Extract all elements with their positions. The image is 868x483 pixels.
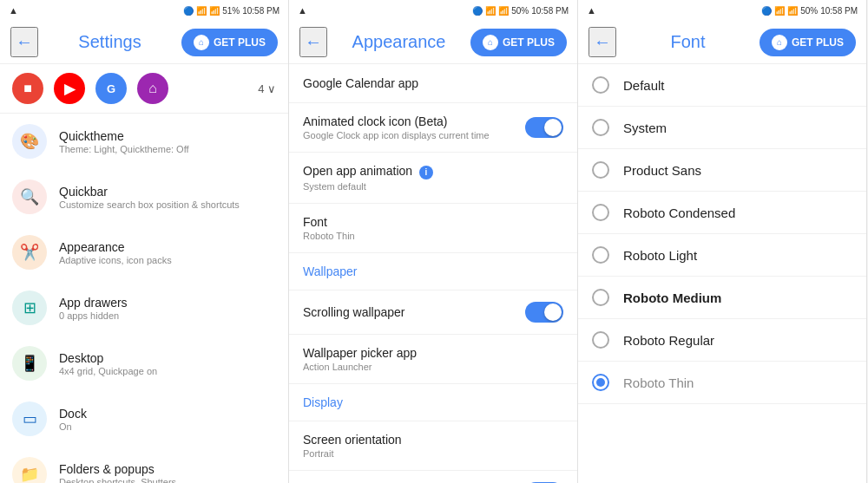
status-left-2: ▲ bbox=[298, 5, 307, 16]
settings-item-quicktheme[interactable]: 🎨 Quicktheme Theme: Light, Quicktheme: O… bbox=[0, 114, 288, 169]
font-label-system: System bbox=[623, 121, 667, 135]
quicktheme-text: Quicktheme Theme: Light, Quicktheme: Off bbox=[59, 129, 276, 154]
battery-pct-2: 50% bbox=[511, 6, 529, 16]
font-item-system[interactable]: System bbox=[578, 107, 866, 149]
wallpaper-picker-item[interactable]: Wallpaper picker app Action Launcher bbox=[289, 335, 577, 384]
google-calendar-label: Google Calendar app bbox=[303, 76, 418, 90]
appearance-get-plus-button[interactable]: ⌂ GET PLUS bbox=[470, 29, 567, 56]
animated-clock-title: Animated clock icon (Beta) bbox=[303, 114, 490, 128]
folders-text: Folders & popups Desktop shortcuts, Shut… bbox=[59, 462, 276, 484]
status-bar-2: ▲ 🔵 📶 📶 50% 10:58 PM bbox=[289, 0, 577, 21]
font-item-roboto-thin[interactable]: Roboto Thin bbox=[578, 362, 866, 404]
scrolling-wallpaper-item[interactable]: Scrolling wallpaper bbox=[289, 290, 577, 335]
home-icon-1: ⌂ bbox=[194, 35, 209, 50]
display-section-header: Display bbox=[289, 384, 577, 421]
animated-clock-subtitle: Google Clock app icon displays current t… bbox=[303, 130, 490, 140]
open-app-anim-text: Open app animation i System default bbox=[303, 164, 433, 192]
settings-list: 🎨 Quicktheme Theme: Light, Quicktheme: O… bbox=[0, 114, 288, 483]
folders-icon: 📁 bbox=[12, 457, 47, 483]
time-2: 10:58 PM bbox=[531, 6, 569, 16]
font-label-default: Default bbox=[623, 78, 665, 93]
font-label-product-sans: Product Sans bbox=[623, 163, 701, 178]
appearance-title: Appearance bbox=[352, 32, 446, 52]
font-panel-title: Font bbox=[670, 32, 705, 52]
scrolling-wallpaper-toggle[interactable] bbox=[525, 302, 563, 323]
folders-subtitle: Desktop shortcuts, Shutters bbox=[59, 477, 276, 484]
font-label-roboto-light: Roboto Light bbox=[623, 248, 697, 263]
app-drawers-icon: ⊞ bbox=[12, 290, 47, 325]
font-title: Font bbox=[303, 215, 563, 229]
font-list: Default System Product Sans Roboto Conde… bbox=[578, 64, 866, 483]
status-left-icon: ▲ bbox=[9, 5, 18, 16]
settings-get-plus-button[interactable]: ⌂ GET PLUS bbox=[181, 29, 278, 56]
open-app-anim-subtitle: System default bbox=[303, 181, 433, 192]
font-subtitle: Roboto Thin bbox=[303, 231, 563, 241]
signal-icon: 📶 bbox=[196, 6, 207, 16]
font-label-roboto-condensed: Roboto Condensed bbox=[623, 206, 735, 220]
animated-clock-toggle[interactable] bbox=[525, 117, 563, 138]
shortcut-icon-4[interactable]: ⌂ bbox=[137, 73, 168, 104]
font-item-roboto-regular[interactable]: Roboto Regular bbox=[578, 319, 866, 362]
shortcut-icon-1[interactable]: ■ bbox=[12, 73, 43, 104]
more-count[interactable]: 4 ∨ bbox=[258, 82, 276, 95]
radio-roboto-medium[interactable] bbox=[592, 289, 609, 306]
quicktheme-subtitle: Theme: Light, Quicktheme: Off bbox=[59, 144, 276, 154]
font-item-product-sans[interactable]: Product Sans bbox=[578, 149, 866, 192]
settings-item-folders[interactable]: 📁 Folders & popups Desktop shortcuts, Sh… bbox=[0, 447, 288, 483]
font-item-roboto-condensed[interactable]: Roboto Condensed bbox=[578, 192, 866, 234]
appearance-back-button[interactable]: ← bbox=[299, 27, 327, 57]
wifi-icon: 📶 bbox=[209, 6, 220, 16]
font-item-roboto-medium[interactable]: Roboto Medium bbox=[578, 277, 866, 319]
google-calendar-item[interactable]: Google Calendar app bbox=[289, 64, 577, 103]
open-app-anim-row: Open app animation i System default bbox=[303, 164, 563, 192]
status-bar-item[interactable]: Status bar bbox=[289, 471, 577, 484]
settings-panel: ▲ 🔵 📶 📶 51% 10:58 PM ← Settings ⌂ GET PL… bbox=[0, 0, 289, 483]
home-icon-3: ⌂ bbox=[772, 35, 787, 50]
settings-item-quickbar[interactable]: 🔍 Quickbar Customize search box position… bbox=[0, 169, 288, 225]
settings-item-dock[interactable]: ▭ Dock On bbox=[0, 391, 288, 447]
settings-item-desktop[interactable]: 📱 Desktop 4x4 grid, Quickpage on bbox=[0, 336, 288, 391]
font-get-plus-button[interactable]: ⌂ GET PLUS bbox=[760, 29, 856, 56]
wallpaper-picker-title: Wallpaper picker app bbox=[303, 346, 563, 360]
font-item[interactable]: Font Roboto Thin bbox=[289, 204, 577, 253]
font-item-roboto-light[interactable]: Roboto Light bbox=[578, 234, 866, 277]
radio-default[interactable] bbox=[592, 76, 609, 94]
desktop-subtitle: 4x4 grid, Quickpage on bbox=[59, 366, 276, 376]
radio-roboto-thin[interactable] bbox=[592, 374, 609, 391]
display-header-label: Display bbox=[303, 395, 563, 409]
bt-icon-3: 🔵 bbox=[761, 6, 772, 16]
shortcut-icon-3[interactable]: G bbox=[95, 73, 127, 104]
wallpaper-section-header: Wallpaper bbox=[289, 253, 577, 290]
settings-item-app-drawers[interactable]: ⊞ App drawers 0 apps hidden bbox=[0, 280, 288, 336]
settings-item-appearance[interactable]: ✂️ Appearance Adaptive icons, icon packs bbox=[0, 225, 288, 280]
radio-roboto-light[interactable] bbox=[592, 246, 609, 264]
scrolling-wallpaper-title: Scrolling wallpaper bbox=[303, 305, 405, 319]
settings-back-button[interactable]: ← bbox=[10, 27, 38, 57]
font-back-button[interactable]: ← bbox=[589, 27, 616, 57]
appearance-text: Appearance Adaptive icons, icon packs bbox=[59, 240, 276, 265]
settings-top-bar: ← Settings ⌂ GET PLUS bbox=[0, 21, 288, 64]
radio-system[interactable] bbox=[592, 119, 609, 136]
radio-roboto-condensed[interactable] bbox=[592, 204, 609, 221]
status-left-3: ▲ bbox=[587, 5, 596, 16]
font-label-roboto-thin: Roboto Thin bbox=[623, 375, 694, 390]
dock-subtitle: On bbox=[59, 421, 276, 432]
radio-roboto-regular[interactable] bbox=[592, 331, 609, 349]
animated-clock-item[interactable]: Animated clock icon (Beta) Google Clock … bbox=[289, 103, 577, 153]
font-item-default[interactable]: Default bbox=[578, 64, 866, 107]
time-3: 10:58 PM bbox=[820, 6, 858, 16]
settings-title: Settings bbox=[78, 32, 141, 52]
radio-product-sans[interactable] bbox=[592, 161, 609, 179]
quicktheme-icon: 🎨 bbox=[12, 124, 47, 159]
appearance-panel: ▲ 🔵 📶 📶 50% 10:58 PM ← Appearance ⌂ GET … bbox=[289, 0, 578, 483]
status-right-2: 🔵 📶 📶 50% 10:58 PM bbox=[472, 6, 569, 16]
animated-clock-row: Animated clock icon (Beta) Google Clock … bbox=[303, 114, 563, 140]
get-plus-label-2: GET PLUS bbox=[503, 36, 555, 49]
screen-orientation-subtitle: Portrait bbox=[303, 448, 563, 459]
quickbar-text: Quickbar Customize search box position &… bbox=[59, 185, 276, 210]
open-app-anim-item[interactable]: Open app animation i System default bbox=[289, 153, 577, 204]
home-icon-2: ⌂ bbox=[483, 35, 498, 50]
scrolling-wallpaper-row: Scrolling wallpaper bbox=[303, 302, 563, 323]
screen-orientation-item[interactable]: Screen orientation Portrait bbox=[289, 421, 577, 471]
shortcut-icon-2[interactable]: ▶ bbox=[54, 73, 85, 104]
